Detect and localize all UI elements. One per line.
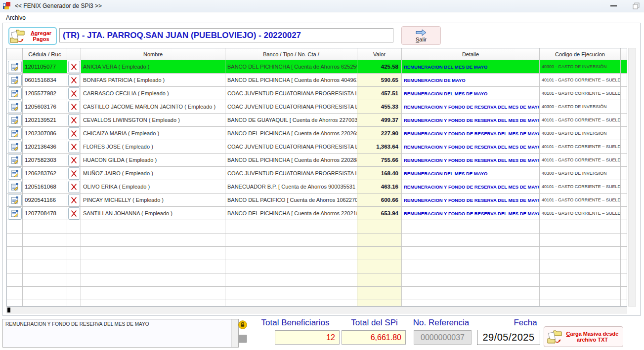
- banco-cell: COAC JUVENTUD ECUATORIANA PROGRESISTA LT…: [225, 140, 357, 154]
- edit-form-icon: [10, 209, 19, 218]
- codigo-cell: 40300 - GASTO DE INVERSIÓN: [540, 100, 621, 114]
- detail-textarea[interactable]: REMUNERACION Y FONDO DE RESERVA DEL MES …: [2, 319, 239, 348]
- delete-row-button[interactable]: [68, 61, 80, 73]
- edit-row-button[interactable]: [8, 167, 22, 180]
- extra-cell: [621, 260, 627, 273]
- horizontal-scrollbar[interactable]: [6, 307, 627, 313]
- detalle-cell: REMUNERACION DE MAYO: [402, 74, 540, 87]
- table-row[interactable]: 1201105077 ANICIA VERA ( Empleado ) BANC…: [7, 60, 627, 74]
- edit-cell: [7, 247, 23, 260]
- column-header-codigo: Codigo de Ejecucion: [540, 48, 621, 60]
- edit-cell: [7, 180, 23, 194]
- edit-cell: [7, 207, 23, 220]
- delete-row-button[interactable]: [68, 207, 80, 220]
- cedula-cell: 1202139521: [23, 114, 67, 127]
- table-row[interactable]: 1202307086 CHICAIZA MARIA ( Empleado ) B…: [7, 127, 627, 140]
- table-row[interactable]: 0601516834 BONIFAS PATRICIA ( Empleado )…: [7, 74, 627, 87]
- gray-indicator-button[interactable]: [239, 335, 247, 343]
- column-header-banco: Banco / Tipo / No. Cta /: [225, 48, 357, 60]
- nombre-cell: SANTILLAN JOHANNA ( Empleado ): [81, 207, 225, 220]
- table-row[interactable]: 0920541166 PINCAY MICHELLY ( Empleado ) …: [7, 194, 627, 207]
- minimize-button[interactable]: [605, 0, 622, 12]
- banco-cell: BANCO DEL PICHINCHA [ Cuenta de Ahorros …: [225, 74, 357, 87]
- nombre-cell: OLIVO ERIKA ( Empleado ): [81, 180, 225, 194]
- cedula-cell: [23, 260, 67, 273]
- edit-row-button[interactable]: [8, 181, 22, 193]
- cedula-cell: [23, 273, 67, 287]
- edit-row-button[interactable]: [8, 74, 22, 86]
- total-spi-label: Total del SPi: [341, 318, 408, 328]
- extra-cell: [621, 194, 627, 207]
- valor-cell: 653.94: [357, 207, 402, 220]
- table-row[interactable]: 1202136436 FLORES JOSE ( Empleado ) COAC…: [7, 140, 627, 154]
- extra-cell: [621, 127, 627, 140]
- table-row[interactable]: 1205161068 OLIVO ERIKA ( Empleado ) BANE…: [7, 180, 627, 194]
- edit-row-button[interactable]: [8, 154, 22, 166]
- detalle-cell: REMUNERACION DEL MES DE MAYO: [402, 60, 540, 74]
- banco-cell: [225, 287, 357, 300]
- table-row[interactable]: 1207582303 HUACON GILDA ( Empleado ) BAN…: [7, 154, 627, 167]
- edit-row-button[interactable]: [8, 87, 22, 100]
- restore-button[interactable]: [628, 0, 644, 12]
- table-row[interactable]: 1206283762 MUÑOZ JAIRO ( Empleado ) COAC…: [7, 167, 627, 180]
- referencia-field: 0000000037: [414, 330, 472, 345]
- delete-row-button[interactable]: [68, 194, 80, 206]
- detalle-cell: [402, 273, 540, 287]
- edit-row-button[interactable]: [8, 101, 22, 113]
- banco-cell: COAC JUVENTUD ECUATORIANA PROGRESISTA LT…: [225, 100, 357, 114]
- detalle-cell: [402, 287, 540, 300]
- valor-cell: [357, 287, 402, 300]
- edit-row-button[interactable]: [8, 194, 22, 206]
- delete-row-button[interactable]: [68, 167, 80, 180]
- codigo-cell: 40300 - GASTO DE INVERSIÓN: [540, 167, 621, 180]
- edit-row-button[interactable]: [8, 207, 22, 220]
- fecha-field[interactable]: 29/05/2025: [477, 330, 540, 345]
- edit-row-button[interactable]: [8, 141, 22, 153]
- horizontal-scrollbar-thumb[interactable]: [7, 308, 10, 312]
- carga-masiva-label: Carga Masiva desde archivo TXT: [564, 331, 623, 343]
- delete-row-button[interactable]: [68, 74, 80, 86]
- detalle-cell: REMUNERACION Y FONDO DE RESERVA DEL MES …: [402, 180, 540, 194]
- table-row[interactable]: 1207708478 SANTILLAN JOHANNA ( Empleado …: [7, 207, 627, 220]
- delete-row-button[interactable]: [68, 87, 80, 100]
- delete-row-button[interactable]: [68, 101, 80, 113]
- edit-cell: [7, 74, 23, 87]
- table-row[interactable]: 1202139521 CEVALLOS LIWINSGTON ( Emplead…: [7, 114, 627, 127]
- delete-row-button[interactable]: [68, 114, 80, 126]
- edit-row-button[interactable]: [8, 61, 22, 73]
- edit-row-button[interactable]: [8, 114, 22, 126]
- delete-row-button[interactable]: [68, 154, 80, 166]
- agregar-pagos-button[interactable]: Agregar Pagos: [8, 27, 57, 45]
- total-beneficiarios-field: 12: [275, 330, 340, 345]
- app-icon: [3, 2, 11, 10]
- delete-row-button[interactable]: [68, 181, 80, 193]
- referencia-label: No. Referencia: [408, 318, 474, 328]
- codigo-cell: 40101 - GASTO CORRIENTE – SUELDOS: [540, 154, 621, 167]
- delete-cell: [67, 287, 81, 300]
- table-row[interactable]: 1205577982 CARRASCO CECILIA ( Empleado )…: [7, 87, 627, 100]
- menu-archivo[interactable]: Archivo: [4, 13, 28, 22]
- table-row[interactable]: 1205603176 CASTILLO JACOME MARLON JACINT…: [7, 100, 627, 114]
- entity-title-field[interactable]: (TR) - JTA. PARROQ.SAN JUAN (PUEBLOVIEJO…: [59, 28, 393, 42]
- edit-row-button[interactable]: [8, 127, 22, 140]
- delete-cell: [67, 194, 81, 207]
- carga-line2: archivo TXT: [564, 337, 621, 343]
- codigo-cell: [540, 233, 621, 247]
- edit-cell: [7, 194, 23, 207]
- vertical-scrollbar[interactable]: [628, 48, 636, 307]
- banco-cell: BANCO DEL PACIFICO [ Cuenta de Ahorros 1…: [225, 194, 357, 207]
- carga-masiva-button[interactable]: Carga Masiva desde archivo TXT: [544, 326, 623, 347]
- delete-row-button[interactable]: [68, 127, 80, 140]
- extra-cell: [621, 140, 627, 154]
- extra-cell: [621, 180, 627, 194]
- delete-row-button[interactable]: [68, 141, 80, 153]
- payments-table: Cédula / Ruc Nombre Banco / Tipo / No. C…: [6, 48, 627, 307]
- lock-icon[interactable]: [238, 320, 247, 331]
- edit-cell: [7, 300, 23, 307]
- delete-x-icon: [70, 90, 78, 97]
- salir-button[interactable]: Salir: [401, 26, 441, 45]
- edit-cell: [7, 154, 23, 167]
- detail-scrollbar[interactable]: [231, 319, 238, 347]
- column-header-valor: Valor: [357, 48, 402, 60]
- detalle-cell: [402, 300, 540, 307]
